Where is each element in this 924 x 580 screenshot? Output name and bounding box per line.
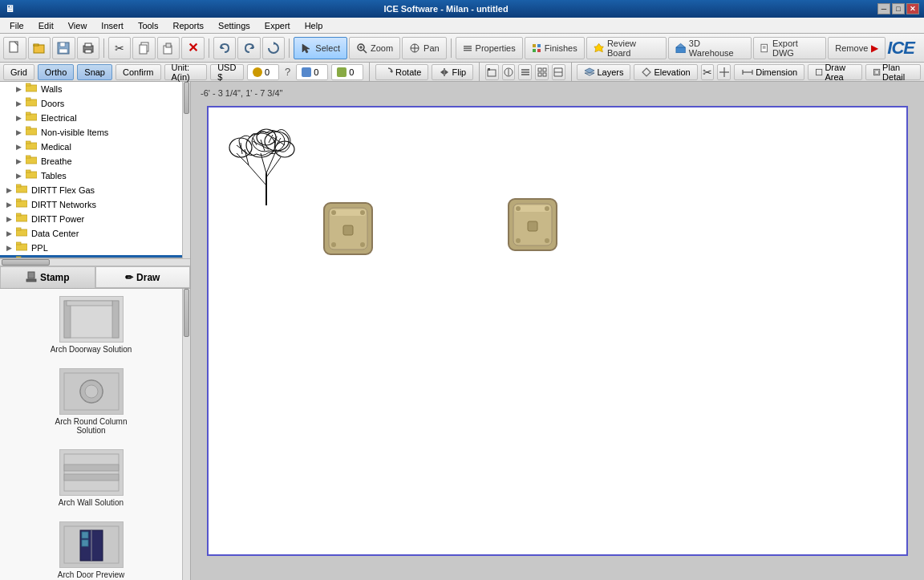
properties-button[interactable]: Properties: [456, 37, 523, 59]
drawing-canvas[interactable]: [207, 106, 908, 556]
svg-marker-16: [302, 44, 310, 53]
tree-item-walls[interactable]: ▶ Walls: [0, 82, 190, 96]
stamp-arch-door-preview[interactable]: Arch Door Preview: [3, 517, 179, 580]
draw-area-button[interactable]: Draw Area: [808, 64, 862, 80]
save-button[interactable]: [52, 37, 75, 59]
small-btn-1[interactable]: [485, 64, 499, 80]
tree-item-doors[interactable]: ▶ Doors: [0, 96, 190, 111]
small-btn-3[interactable]: [518, 64, 532, 80]
draw-toggle-button[interactable]: ✏ Draw: [95, 266, 191, 288]
counter-3-value: 0: [349, 67, 354, 77]
small-btn-2[interactable]: [502, 64, 516, 80]
dimension-button[interactable]: Dimension: [734, 64, 804, 80]
new-button[interactable]: [3, 37, 26, 59]
menu-file[interactable]: File: [3, 19, 30, 32]
review-board-label: Review Board: [607, 39, 659, 58]
tree-scrollbar-thumb[interactable]: [184, 82, 189, 114]
stamp-icon: [26, 271, 37, 285]
finishes-button[interactable]: Finishes: [525, 37, 585, 59]
svg-marker-33: [676, 43, 685, 47]
cut-button[interactable]: ✂: [108, 37, 132, 59]
pan-button[interactable]: Pan: [402, 37, 447, 59]
tree-item-dirtt-networks[interactable]: ▶ DIRTT Networks: [0, 197, 190, 212]
dirtt-flex-label: DIRTT Flex Gas: [31, 185, 190, 195]
plan-detail-button[interactable]: Plan Detail: [865, 64, 921, 80]
tree-item-breathe[interactable]: ▶ Breathe: [0, 154, 190, 168]
stamp-arch-wall[interactable]: Arch Wall Solution: [3, 445, 179, 511]
svg-rect-133: [343, 225, 353, 235]
print-button[interactable]: [77, 37, 100, 59]
stamp-scrollbar[interactable]: [182, 289, 190, 580]
tree-item-tables[interactable]: ▶ Tables: [0, 168, 190, 183]
tree-scrollbar[interactable]: [182, 82, 190, 258]
folder-breathe-icon: [26, 155, 38, 168]
scissors-btn[interactable]: ✂: [701, 64, 715, 80]
layers-button[interactable]: Layers: [577, 64, 630, 80]
tree-item-dirtt-power[interactable]: ▶ DIRTT Power: [0, 212, 190, 226]
svg-marker-37: [390, 70, 392, 73]
elevation-button[interactable]: Elevation: [634, 64, 697, 80]
separator-4: [451, 39, 452, 58]
export-dwg-button[interactable]: Export DWG: [753, 37, 827, 59]
unit-display: Unit: A(in): [164, 64, 208, 80]
review-board-button[interactable]: Review Board: [586, 37, 667, 59]
elevation-label: Elevation: [654, 67, 690, 77]
warehouse-button[interactable]: 3D Warehouse: [668, 37, 752, 59]
delete-button[interactable]: ✕: [181, 37, 205, 59]
paste-button[interactable]: [157, 37, 180, 59]
stamp-scrollbar-thumb[interactable]: [184, 289, 189, 337]
separator-3: [289, 39, 290, 58]
tree-item-dirtt-flex[interactable]: ▶ DIRTT Flex Gas: [0, 183, 190, 197]
tree-hscrollbar[interactable]: [0, 258, 190, 266]
menu-edit[interactable]: Edit: [32, 19, 60, 32]
undo-button[interactable]: [213, 37, 237, 59]
redo-button[interactable]: [237, 37, 261, 59]
counter-2-icon: [302, 67, 311, 77]
canvas-area[interactable]: -6' - 3 1/4", 1' - 7 3/4": [191, 82, 924, 580]
counter-1: 0: [247, 64, 279, 80]
menu-help[interactable]: Help: [298, 19, 330, 32]
close-button[interactable]: ✕: [906, 3, 919, 14]
remove-button[interactable]: Remove ▶: [828, 37, 886, 59]
small-btn-4[interactable]: [535, 64, 549, 80]
zoom-button[interactable]: Zoom: [349, 37, 400, 59]
expand-nonvisible-icon: ▶: [16, 128, 26, 136]
tree-item-electrical[interactable]: ▶ Electrical: [0, 111, 190, 125]
svg-rect-5: [59, 49, 67, 53]
svg-rect-62: [817, 69, 822, 75]
tree-item-architectural[interactable]: ▶ Architectural: [0, 255, 190, 258]
menu-settings[interactable]: Settings: [212, 19, 257, 32]
copy-button[interactable]: [132, 37, 156, 59]
stamp-arch-column[interactable]: Arch Round Column Solution: [3, 364, 179, 439]
crosshair-btn[interactable]: [717, 64, 731, 80]
stamp-toggle-button[interactable]: Stamp: [0, 266, 95, 288]
menu-insert[interactable]: Insert: [95, 19, 130, 32]
svg-line-111: [266, 157, 281, 177]
confirm-button[interactable]: Confirm: [116, 64, 161, 80]
svg-rect-50: [538, 73, 541, 76]
svg-line-110: [249, 165, 266, 185]
snap-button[interactable]: Snap: [77, 64, 112, 80]
tree-hscroll-thumb[interactable]: [2, 259, 50, 266]
menu-tools[interactable]: Tools: [132, 19, 165, 32]
grid-button[interactable]: Grid: [3, 64, 34, 80]
svg-rect-32: [676, 47, 685, 53]
stamp-arch-doorway[interactable]: Arch Doorway Solution: [3, 292, 179, 358]
menu-expert[interactable]: Expert: [258, 19, 297, 32]
ortho-button[interactable]: Ortho: [38, 64, 75, 80]
select-button[interactable]: Select: [294, 37, 347, 59]
flip-button[interactable]: Flip: [432, 64, 473, 80]
refresh-button[interactable]: [262, 37, 286, 59]
minimize-button[interactable]: ─: [877, 3, 890, 14]
menu-view[interactable]: View: [62, 19, 94, 32]
tree-item-datacenter[interactable]: ▶ Data Center: [0, 226, 190, 241]
tree-item-nonvisible[interactable]: ▶ Non-visible Items: [0, 125, 190, 140]
help-icon[interactable]: ?: [282, 65, 293, 79]
maximize-button[interactable]: □: [892, 3, 905, 14]
open-button[interactable]: [28, 37, 51, 59]
small-btn-5[interactable]: [552, 64, 565, 80]
rotate-button[interactable]: Rotate: [375, 64, 428, 80]
menu-reports[interactable]: Reports: [167, 19, 211, 32]
tree-item-medical[interactable]: ▶ Medical: [0, 140, 190, 154]
tree-item-ppl[interactable]: ▶ PPL: [0, 241, 190, 255]
